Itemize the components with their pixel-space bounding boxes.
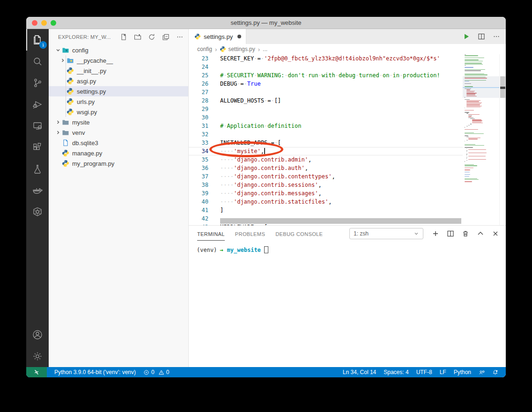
- tree-item-asgi-py[interactable]: asgi.py: [49, 76, 188, 86]
- terminal-content[interactable]: (venv) → my_website: [189, 242, 506, 253]
- minimap-line: [465, 112, 469, 112]
- kubernetes-icon[interactable]: [26, 201, 49, 223]
- tree-item-venv[interactable]: venv: [49, 127, 188, 138]
- breadcrumb-separator: ›: [215, 46, 217, 53]
- chevron-right-icon[interactable]: [54, 120, 62, 125]
- remote-indicator[interactable]: [26, 367, 47, 377]
- minimap-line: [465, 61, 483, 61]
- code-line-34[interactable]: 34····'mysite',: [189, 147, 463, 155]
- collapse-folders-icon[interactable]: [162, 33, 170, 41]
- testing-icon[interactable]: [26, 158, 49, 180]
- run-and-debug-icon[interactable]: [26, 94, 49, 115]
- indentation[interactable]: Spaces: 4: [380, 367, 412, 377]
- text-cursor: [264, 148, 265, 154]
- maximize-panel-icon[interactable]: [477, 230, 484, 237]
- new-folder-icon[interactable]: [134, 33, 141, 41]
- minimap-line: [466, 103, 482, 103]
- breadcrumb-item[interactable]: settings.py: [220, 46, 255, 52]
- code-line-32[interactable]: 32: [189, 130, 463, 139]
- minimap[interactable]: [463, 54, 499, 225]
- code-line-26[interactable]: 26DEBUG·=·True: [189, 80, 463, 88]
- encoding[interactable]: UTF-8: [413, 367, 436, 377]
- tab-settings-py[interactable]: settings.py: [189, 29, 246, 44]
- tree-item-my-program-py[interactable]: my_program.py: [49, 158, 188, 169]
- split-editor-icon[interactable]: [478, 33, 485, 40]
- problems-status[interactable]: 0 0: [140, 367, 173, 377]
- extensions-icon[interactable]: [26, 137, 49, 158]
- search-icon[interactable]: [26, 51, 49, 72]
- horizontal-scrollbar[interactable]: [220, 218, 461, 224]
- scrollbar-slider[interactable]: [500, 76, 505, 98]
- close-panel-icon[interactable]: [492, 230, 499, 237]
- editor-more-actions-icon[interactable]: [493, 33, 500, 40]
- panel-tab-debug-console[interactable]: DEBUG CONSOLE: [275, 227, 323, 241]
- code-line-29[interactable]: 29: [189, 105, 463, 113]
- eol[interactable]: LF: [436, 367, 450, 377]
- cursor-position[interactable]: Ln 34, Col 14: [339, 367, 380, 377]
- tree-item-config[interactable]: config: [49, 45, 188, 55]
- minimap-line: [466, 154, 467, 155]
- language-mode[interactable]: Python: [450, 367, 475, 377]
- run-python-file-icon[interactable]: [463, 33, 470, 40]
- more-actions-icon[interactable]: [176, 33, 184, 41]
- tree-item-urls-py[interactable]: urls.py: [49, 96, 188, 107]
- explorer-icon[interactable]: 1: [26, 29, 49, 51]
- tree-item-manage-py[interactable]: manage.py: [49, 148, 188, 158]
- code-line-23[interactable]: 23SECRET_KEY·=·'2fpb@0_fbct&_ylz33kz@d!t…: [189, 54, 463, 63]
- chevron-right-icon[interactable]: [54, 130, 62, 135]
- code-editor[interactable]: 23SECRET_KEY·=·'2fpb@0_fbct&_ylz33kz@d!t…: [189, 54, 506, 225]
- breadcrumb-item[interactable]: config: [197, 46, 212, 52]
- terminal-cwd: my_website: [227, 247, 261, 253]
- kill-terminal-icon[interactable]: [462, 230, 469, 237]
- minimap-line: [465, 74, 488, 75]
- code-line-35[interactable]: 35····'django.contrib.admin',: [189, 155, 463, 164]
- breadcrumb-item[interactable]: ...: [263, 46, 267, 52]
- new-file-icon[interactable]: [120, 33, 127, 41]
- minimap-line: [472, 122, 481, 122]
- new-terminal-icon[interactable]: [432, 230, 439, 237]
- code-line-39[interactable]: 39····'django.contrib.messages',: [189, 189, 463, 198]
- remote-explorer-icon[interactable]: [26, 115, 49, 137]
- panel-tab-problems[interactable]: PROBLEMS: [235, 227, 265, 241]
- code-line-27[interactable]: 27: [189, 88, 463, 96]
- split-terminal-icon[interactable]: [447, 230, 454, 237]
- code-line-31[interactable]: 31#·Application·definition: [189, 122, 463, 130]
- vertical-scrollbar[interactable]: [499, 54, 506, 225]
- minimap-line: [465, 161, 465, 162]
- python-icon: [194, 33, 201, 40]
- tree-item-settings-py[interactable]: settings.py: [49, 86, 188, 96]
- refresh-icon[interactable]: [148, 33, 155, 41]
- chevron-down-icon[interactable]: [54, 48, 62, 52]
- docker-icon[interactable]: [26, 180, 49, 201]
- tree-item--pycache-[interactable]: __pycache__: [49, 55, 188, 66]
- settings-gear-icon[interactable]: [26, 346, 49, 367]
- code-line-30[interactable]: 30: [189, 113, 463, 122]
- code-line-33[interactable]: 33INSTALLED_APPS·=·[: [189, 139, 463, 147]
- minimap-line: [466, 101, 479, 102]
- tree-item-db-sqlite3[interactable]: db.sqlite3: [49, 138, 188, 148]
- code-line-25[interactable]: 25#·SECURITY·WARNING:·don't·run·with·deb…: [189, 71, 463, 80]
- line-number: 32: [189, 130, 208, 139]
- code-line-36[interactable]: 36····'django.contrib.auth',: [189, 164, 463, 172]
- modified-dot-icon[interactable]: [237, 35, 241, 38]
- tree-item-mysite[interactable]: mysite: [49, 117, 188, 127]
- code-line-37[interactable]: 37····'django.contrib.contenttypes',: [189, 172, 463, 181]
- account-icon[interactable]: [26, 324, 49, 346]
- python-interpreter[interactable]: Python 3.9.0 64-bit ('venv': venv): [51, 367, 140, 377]
- source-control-icon[interactable]: [26, 72, 49, 94]
- code-line-24[interactable]: 24: [189, 63, 463, 71]
- code-line-41[interactable]: 41]: [189, 206, 463, 214]
- panel-tab-terminal[interactable]: TERMINAL: [197, 227, 225, 241]
- minimap-line: [466, 126, 468, 126]
- code-line-38[interactable]: 38····'django.contrib.sessions',: [189, 181, 463, 189]
- minimap-line: [468, 139, 478, 139]
- notifications-bell-icon[interactable]: [488, 367, 502, 377]
- code-line-40[interactable]: 40····'django.contrib.staticfiles',: [189, 198, 463, 206]
- feedback-icon[interactable]: [475, 367, 488, 377]
- line-number: 40: [189, 198, 208, 206]
- code-line-28[interactable]: 28ALLOWED_HOSTS·=·[]: [189, 96, 463, 105]
- tree-item--init-py[interactable]: __init__.py: [49, 66, 188, 76]
- tree-item-wsgi-py[interactable]: wsgi.py: [49, 107, 188, 117]
- terminal-shell-select[interactable]: 1: zsh: [349, 228, 423, 239]
- minimap-line: [465, 174, 470, 175]
